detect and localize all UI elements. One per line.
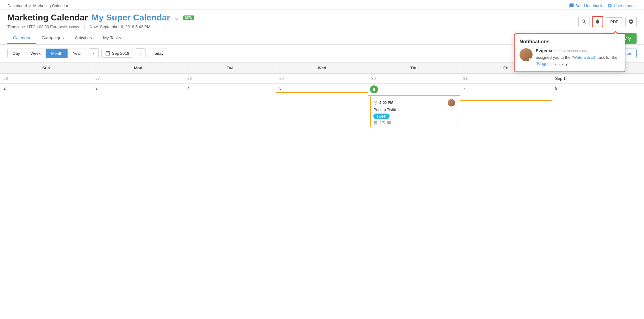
event-tag: Tweet bbox=[373, 114, 389, 119]
notif-user-name: Evgenia bbox=[536, 48, 552, 53]
calendar-day-29[interactable]: 29 bbox=[276, 74, 368, 84]
page-title-row: Marketing Calendar My Super Calendar ⌄ N… bbox=[7, 13, 637, 23]
day-number: 8 bbox=[554, 85, 642, 91]
calendar-dropdown-arrow[interactable]: ⌄ bbox=[174, 14, 180, 22]
manual-icon bbox=[607, 3, 612, 8]
view-toggle-group: Day Week Month Year bbox=[7, 49, 86, 58]
header-thu: Thu bbox=[368, 63, 460, 74]
day-number: 26 bbox=[2, 75, 90, 81]
day-number: 2 bbox=[2, 85, 90, 91]
today-button[interactable]: Today bbox=[148, 49, 168, 58]
calendar-grid: Sun Mon Tue Wed Thu Fri Sat 26 27 28 bbox=[0, 62, 644, 129]
page-title: Marketing Calendar bbox=[7, 13, 88, 23]
calendar-day-7[interactable]: 7 bbox=[460, 84, 552, 129]
notif-text: assigned you to the "Write a draft" task… bbox=[536, 54, 620, 67]
calendar-day-2[interactable]: 2 bbox=[0, 84, 92, 129]
calendar-week-row-2: 2 3 4 5 6 bbox=[0, 84, 644, 129]
notifications-button[interactable] bbox=[592, 16, 603, 27]
calendar-day-31[interactable]: 31 bbox=[460, 74, 552, 84]
view-week-button[interactable]: Week bbox=[25, 49, 46, 58]
notif-content: Evgenia • a few seconds ago assigned you… bbox=[536, 48, 620, 67]
calendar-day-5[interactable]: 5 bbox=[276, 84, 368, 129]
day-number: 29 bbox=[278, 75, 366, 81]
page-header: Marketing Calendar My Super Calendar ⌄ N… bbox=[0, 10, 644, 24]
event-title: Post to Twitter bbox=[373, 107, 455, 112]
top-bar-actions: Send feedback User manual bbox=[569, 3, 637, 8]
calendar-icon bbox=[105, 51, 110, 56]
header-actions: PDF bbox=[578, 16, 637, 27]
search-icon bbox=[581, 19, 587, 24]
now-info: Now: September 6, 2018 6:42 PM bbox=[90, 24, 150, 29]
search-button[interactable] bbox=[578, 16, 590, 27]
calendar-day-6-today[interactable]: 6 4:00 PM bbox=[368, 84, 460, 129]
bell-icon bbox=[595, 19, 600, 24]
notif-time: a few seconds ago bbox=[557, 49, 588, 53]
view-month-button[interactable]: Month bbox=[46, 49, 67, 58]
day-number: 27 bbox=[94, 75, 182, 81]
event-time-label: 4:00 PM bbox=[379, 101, 393, 105]
header-mon: Mon bbox=[92, 63, 184, 74]
gear-icon bbox=[628, 19, 634, 24]
event-time-row: 4:00 PM bbox=[373, 99, 455, 106]
today-number: 6 bbox=[370, 85, 378, 93]
tab-my-tasks[interactable]: My Tasks bbox=[98, 32, 127, 44]
tab-activities[interactable]: Activities bbox=[69, 32, 98, 44]
view-year-button[interactable]: Year bbox=[67, 49, 86, 58]
view-day-button[interactable]: Day bbox=[7, 49, 25, 58]
day-number: 31 bbox=[462, 75, 550, 81]
day-number: 30 bbox=[370, 75, 458, 81]
send-feedback-link[interactable]: Send feedback bbox=[569, 3, 603, 8]
next-period-button[interactable]: › bbox=[136, 48, 146, 58]
feedback-icon bbox=[569, 3, 574, 8]
calendar-name: My Super Calendar bbox=[92, 13, 170, 23]
notification-item: Evgenia • a few seconds ago assigned you… bbox=[520, 48, 620, 67]
day-number: 5 bbox=[278, 85, 366, 91]
event-progress: 2/5 bbox=[380, 121, 385, 125]
check-icon bbox=[373, 121, 378, 125]
day-number: 4 bbox=[186, 85, 274, 91]
event-line bbox=[368, 95, 460, 96]
notification-title: Notifications bbox=[520, 39, 620, 45]
breadcrumb-current: Marketing Calendar bbox=[33, 3, 68, 8]
clock-icon bbox=[373, 101, 378, 105]
calendar-day-28[interactable]: 28 bbox=[184, 74, 276, 84]
header-tue: Tue bbox=[184, 63, 276, 74]
calendar-day-3[interactable]: 3 bbox=[92, 84, 184, 129]
event-avatar bbox=[448, 99, 455, 106]
notif-link-blogpost[interactable]: Blogpost bbox=[537, 61, 553, 66]
notification-popup: Notifications Evgenia • a few seconds ag… bbox=[514, 33, 625, 72]
tab-campaigns[interactable]: Campaigns bbox=[36, 32, 69, 44]
calendar-day-8[interactable]: 8 bbox=[552, 84, 644, 129]
calendar-day-30[interactable]: 30 bbox=[368, 74, 460, 84]
calendar-day-4[interactable]: 4 bbox=[184, 84, 276, 129]
pdf-button[interactable]: PDF bbox=[606, 17, 623, 26]
day-number: 28 bbox=[186, 75, 274, 81]
notif-avatar-dot bbox=[529, 58, 532, 61]
notif-header: Evgenia • a few seconds ago bbox=[536, 48, 620, 53]
breadcrumb: Dashboard > Marketing Calendar bbox=[7, 3, 68, 8]
header-sun: Sun bbox=[0, 63, 92, 74]
period-label: Sep 2018 bbox=[112, 51, 129, 56]
settings-button[interactable] bbox=[625, 16, 637, 27]
new-badge: NEW bbox=[183, 15, 194, 20]
day-number: Sep 1 bbox=[554, 75, 642, 81]
notif-avatar bbox=[520, 48, 533, 61]
event-line bbox=[276, 92, 368, 93]
calendar-day-27[interactable]: 27 bbox=[92, 74, 184, 84]
event-time-left: 4:00 PM bbox=[373, 101, 393, 105]
header-wed: Wed bbox=[276, 63, 368, 74]
event-card[interactable]: 4:00 PM Post to Twitter Tweet 2 bbox=[370, 97, 458, 127]
notif-link-write-draft[interactable]: Write a draft bbox=[573, 55, 595, 60]
calendar-week-row: 26 27 28 29 30 31 Sep 1 bbox=[0, 74, 644, 84]
tab-calendar[interactable]: Calendar bbox=[7, 32, 36, 44]
calendar-day-26[interactable]: 26 bbox=[0, 74, 92, 84]
day-number: 7 bbox=[462, 85, 550, 91]
user-manual-link[interactable]: User manual bbox=[607, 3, 637, 8]
breadcrumb-home[interactable]: Dashboard bbox=[7, 3, 27, 8]
page-subtitle: Timezone: UTC +03:00 Europe/Moscow | Now… bbox=[0, 24, 644, 32]
current-period-display: Sep 2018 bbox=[101, 49, 133, 58]
notif-dot: • bbox=[554, 49, 556, 53]
breadcrumb-sep: > bbox=[29, 3, 32, 8]
calendar-day-sep1[interactable]: Sep 1 bbox=[552, 74, 644, 84]
prev-period-button[interactable]: ‹ bbox=[89, 48, 99, 58]
